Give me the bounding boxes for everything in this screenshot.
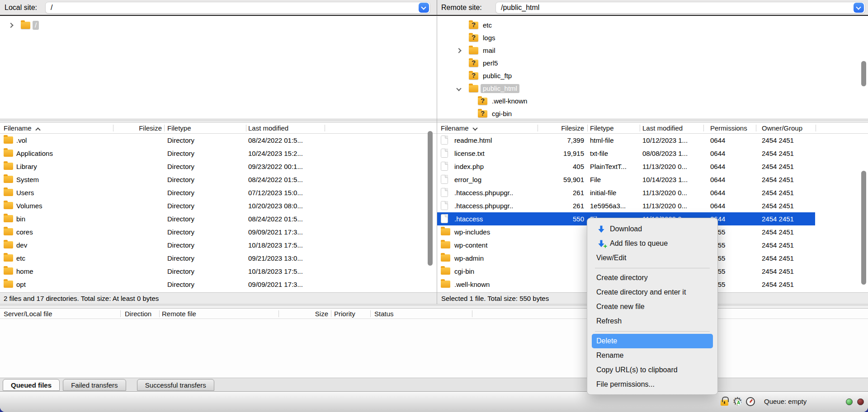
column-separator[interactable] [756,125,756,131]
modified-cell: 09/23/2022 00:1... [248,160,303,173]
chevron-down-icon[interactable] [456,86,461,91]
remote-tree-scrollbar-thumb[interactable] [861,61,866,86]
folder-unknown-icon [469,34,478,42]
table-row[interactable]: SystemDirectory08/24/2022 01:5... [0,173,437,186]
column-header[interactable]: Owner/Group [762,122,802,134]
column-header[interactable]: Filetype [590,122,614,134]
column-header[interactable]: Filesize [0,122,162,134]
table-row[interactable]: index.php405PlainTextT...11/13/2020 0...… [437,160,868,173]
menu-item-copy-url-s-to-clipboard[interactable]: Copy URL(s) to clipboard [587,363,717,377]
menu-item-create-directory[interactable]: Create directory [587,271,717,285]
column-header[interactable]: Filetype [167,122,191,134]
column-header[interactable]: Last modified [642,122,683,134]
table-row[interactable]: .volDirectory08/24/2022 01:5... [0,134,437,147]
tree-item[interactable]: public_html [437,82,868,95]
column-separator[interactable] [246,125,246,131]
settings-gear-icon[interactable]: ⚙A [732,395,742,408]
queue-column-header[interactable]: Status [374,309,394,319]
tree-item[interactable]: mail [437,44,868,57]
filename-cell: .well-known [454,278,490,291]
menu-item-download[interactable]: Download [587,222,717,236]
tree-item[interactable]: cgi-bin [437,108,868,119]
table-row[interactable]: homeDirectory10/18/2023 17:5... [0,265,437,278]
tab-failed-transfers[interactable]: Failed transfers [63,379,126,391]
tree-item-label: public_ftp [481,71,514,80]
tree-item[interactable]: public_ftp [437,70,868,82]
column-separator[interactable] [703,125,704,131]
tree-item-label: .well-known [490,97,529,106]
column-separator[interactable] [640,125,640,131]
modified-cell: 11/13/2020 0... [642,186,687,199]
column-separator[interactable] [370,310,371,317]
horizontal-splitter[interactable] [0,119,868,122]
local-site-dropdown-button[interactable] [419,3,429,13]
table-row[interactable]: devDirectory10/18/2023 17:5... [0,239,437,252]
column-header[interactable]: Permissions [710,122,747,134]
queue-column-header[interactable]: Priority [334,309,355,319]
column-separator[interactable] [325,125,325,131]
modified-cell: 07/12/2023 15:0... [248,186,303,199]
filename-cell: opt [16,278,26,291]
folder-icon [21,22,30,29]
column-separator[interactable] [472,310,472,317]
column-separator[interactable] [587,125,588,131]
menu-item-rename[interactable]: Rename [587,348,717,363]
menu-item-create-directory-and-enter-it[interactable]: Create directory and enter it [587,285,717,300]
table-row[interactable]: UsersDirectory07/12/2023 15:0... [0,186,437,199]
table-row[interactable]: optDirectory09/09/2021 17:3... [0,278,437,291]
menu-item-view-edit[interactable]: View/Edit [587,251,717,265]
column-separator[interactable] [113,125,113,131]
table-row[interactable]: license.txt19,915txt-file08/08/2023 1...… [437,147,868,160]
bottom-status-bar: ⚙A Queue: empty [0,391,868,412]
local-list-scrollbar-thumb[interactable] [428,131,433,266]
menu-item-refresh[interactable]: Refresh [587,314,717,328]
table-row[interactable]: binDirectory08/24/2022 01:5... [0,212,437,225]
queue-column-header[interactable]: Size [0,309,328,319]
size-cell: 405 [437,160,584,173]
remote-list-scrollbar-thumb[interactable] [861,171,866,285]
tree-item[interactable]: etc [437,19,868,32]
lock-icon[interactable] [721,400,728,406]
tree-item[interactable]: perl5 [437,57,868,70]
column-separator[interactable] [538,125,538,131]
column-separator[interactable] [331,310,331,317]
table-row[interactable]: coresDirectory09/09/2021 17:3... [0,225,437,239]
filename-cell: etc [16,252,25,265]
column-separator[interactable] [164,125,165,131]
table-row[interactable]: .htaccess.phpupgr..261initial-file11/13/… [437,186,868,199]
local-site-combobox[interactable]: / [45,2,430,14]
table-row[interactable]: ApplicationsDirectory10/24/2023 15:2... [0,147,437,160]
tree-item[interactable]: .well-known [437,95,868,108]
remote-site-dropdown-button[interactable] [854,3,864,13]
column-separator[interactable] [278,310,279,317]
column-header[interactable]: Last modified [248,122,288,134]
pane-divider[interactable] [437,16,437,309]
owner-cell: 2454 2451 [762,147,794,160]
table-row[interactable]: LibraryDirectory09/23/2022 00:1... [0,160,437,173]
tree-item[interactable]: logs [437,32,868,44]
table-row[interactable]: .htaccess.phpupgr..2611e5956a3...11/13/2… [437,199,868,212]
tab-successful-transfers[interactable]: Successful transfers [137,379,214,391]
menu-item-delete[interactable]: Delete [592,334,713,348]
column-header[interactable]: Filesize [437,122,584,134]
table-row[interactable]: VolumesDirectory10/20/2023 08:0... [0,199,437,212]
horizontal-splitter[interactable] [0,304,868,309]
table-row[interactable]: error_log59,901File10/14/2023 1...064424… [437,173,868,186]
menu-item-file-permissions-[interactable]: File permissions... [587,377,717,392]
speed-gauge-icon[interactable] [746,397,755,406]
folder-icon [4,241,13,248]
tab-queued-files[interactable]: Queued files [3,379,60,391]
size-cell: 550 [437,212,584,225]
chevron-right-icon[interactable] [456,48,461,53]
column-separator[interactable] [120,310,121,317]
column-separator[interactable] [159,310,160,317]
menu-item-add-files-to-queue[interactable]: +Add files to queue [587,236,717,251]
menu-item-create-new-file[interactable]: Create new file [587,300,717,314]
table-row[interactable]: etcDirectory09/21/2023 13:0... [0,252,437,265]
chevron-right-icon[interactable] [8,23,13,28]
column-separator[interactable] [816,125,816,131]
table-row[interactable]: readme.html7,399html-file10/12/2023 1...… [437,134,868,147]
remote-site-combobox[interactable]: /public_html [495,2,865,14]
tree-item[interactable]: / [0,19,437,32]
size-cell: 7,399 [437,134,584,147]
